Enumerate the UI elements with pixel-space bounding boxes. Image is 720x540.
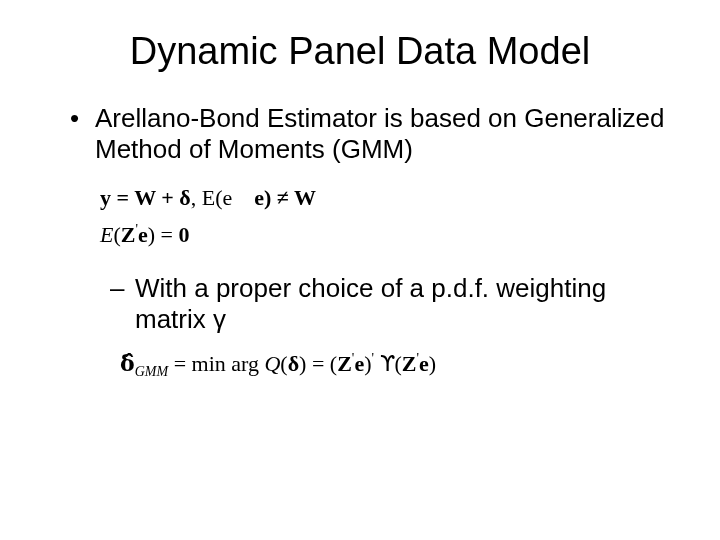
eq3-gmm-sub: GMM [135,364,168,379]
eq1-part2: , E(e [191,185,233,210]
eq3-upsilon: ϒ [374,351,395,376]
main-bullet: Arellano-Bond Estimator is based on Gene… [70,103,670,165]
eq1-part1: y = W + δ [100,185,191,210]
eq3-delta: δ̂ [120,351,135,376]
eq1-part3: e) ≠ W [254,185,316,210]
sub-bullet: With a proper choice of a p.d.f. weighti… [110,273,670,335]
eq3-mid: = min arg [168,351,264,376]
equation-3: δ̂GMM = min arg Q(δ) = (Z'e)' ϒ(Z'e) [120,350,670,380]
equation-2: E(Z'e) = 0 [100,221,670,247]
eq2-E: E [100,222,113,247]
eq2-e: e [138,222,148,247]
eq2-Z: Z [121,222,136,247]
eq2-zero: 0 [179,222,190,247]
slide-title: Dynamic Panel Data Model [50,30,670,73]
equation-1: y = W + δ, E(e e) ≠ W [100,185,670,211]
